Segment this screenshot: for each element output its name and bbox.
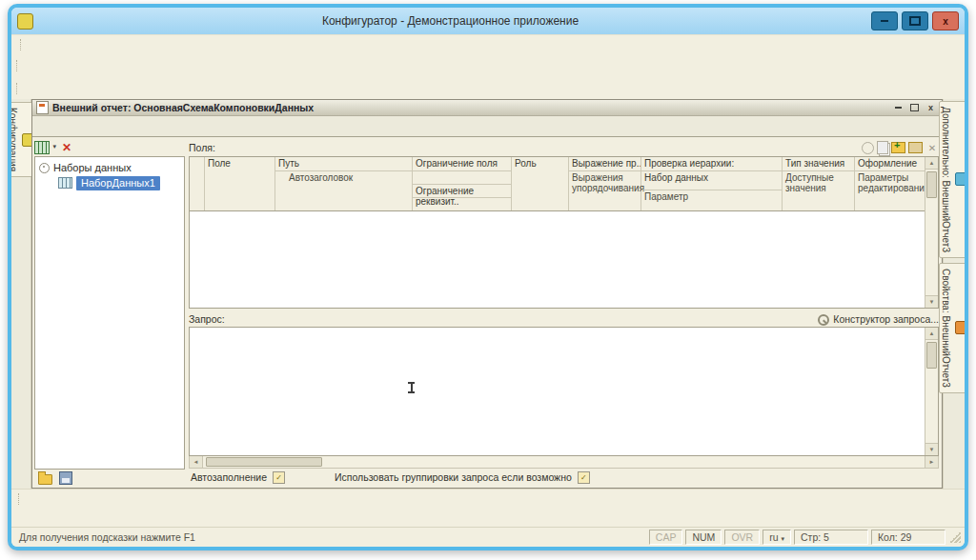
toolbar-grip xyxy=(18,493,21,505)
additional-panel-tab[interactable]: Дополнительно: ВнешнийОтчет3 xyxy=(939,101,969,258)
column-design[interactable]: Оформление Параметры редактирования xyxy=(855,157,925,210)
report-icon xyxy=(36,101,49,114)
column-expression[interactable]: Выражение пр.. Выражения упорядочивания xyxy=(569,157,641,210)
scheme-file-buttons xyxy=(34,470,185,486)
tree-root-label: Наборы данных xyxy=(53,162,132,173)
autofill-label: Автозаполнение xyxy=(191,471,267,483)
scroll-left-icon[interactable]: ◄ xyxy=(190,456,203,468)
status-hint: Для получения подсказки нажмите F1 xyxy=(19,531,195,543)
additional-panel-icon xyxy=(955,172,968,186)
copy-field-icon[interactable] xyxy=(877,141,888,154)
scroll-thumb[interactable] xyxy=(926,342,937,369)
fields-label: Поля: xyxy=(189,142,215,153)
datasets-toolbar: ✕ xyxy=(34,139,185,156)
left-dock: Конфигурация xyxy=(11,99,31,489)
num-indicator: NUM xyxy=(685,530,722,545)
properties-panel-icon xyxy=(955,321,968,334)
configuration-toolbar xyxy=(11,77,965,99)
scroll-right-icon[interactable]: ► xyxy=(925,456,938,468)
additional-panel-label: Дополнительно: ВнешнийОтчет3 xyxy=(941,107,951,252)
column-field[interactable]: Поле xyxy=(205,157,275,210)
minimize-button[interactable] xyxy=(871,11,898,30)
query-horizontal-scrollbar[interactable]: ◄ ► xyxy=(189,456,939,469)
scroll-thumb[interactable] xyxy=(206,457,322,467)
text-cursor xyxy=(407,382,416,393)
scroll-thumb[interactable] xyxy=(926,171,937,198)
collapse-icon[interactable] xyxy=(39,163,50,173)
column-hierarchy[interactable]: Проверка иерархии: Набор данных Параметр xyxy=(641,157,783,210)
move-to-folder-icon[interactable] xyxy=(908,142,923,153)
menu-bar xyxy=(11,34,965,53)
configurator-window: Конфигуратор - Демонстрационное приложен… xyxy=(8,4,968,550)
scroll-down-icon[interactable]: ▼ xyxy=(925,443,938,455)
text-editor-toolbar xyxy=(11,489,965,509)
add-dataset-icon[interactable] xyxy=(34,141,50,154)
fields-table[interactable]: Поле Путь Автозаголовок Ограничение поля… xyxy=(189,156,939,309)
column-value-type[interactable]: Тип значения Доступные значения xyxy=(783,157,855,210)
fields-toolbar: ✕ xyxy=(862,141,939,154)
column-restriction[interactable]: Ограничение поля Ограничение реквизит.. xyxy=(413,157,512,210)
language-selector[interactable]: ru xyxy=(762,530,791,545)
standard-toolbar xyxy=(11,53,965,77)
fields-panel: Поля: ✕ Поле xyxy=(189,139,939,486)
toolbar-grip xyxy=(20,39,23,50)
scroll-up-icon[interactable]: ▲ xyxy=(925,157,938,170)
open-windows-bar xyxy=(11,509,965,527)
column-restriction-attr: Ограничение реквизит.. xyxy=(413,184,511,197)
delete-dataset-icon[interactable]: ✕ xyxy=(62,141,71,154)
fields-table-body xyxy=(190,211,925,308)
document-title-bar[interactable]: Внешний отчет: ОсновнаяСхемаКомпоновкиДа… xyxy=(32,100,942,116)
status-bar: Для получения подсказки нажмите F1 CAP N… xyxy=(11,527,965,547)
document-title: Внешний отчет: ОсновнаяСхемаКомпоновкиДа… xyxy=(52,102,889,113)
column-indicator: Кол: 29 xyxy=(871,530,946,545)
schema-tab-strip xyxy=(32,116,942,137)
properties-panel-label: Свойства: ВнешнийОтчет3 xyxy=(941,269,951,388)
query-constructor-icon xyxy=(816,312,828,325)
datasets-tree[interactable]: Наборы данных НаборДанных1 xyxy=(34,156,185,470)
caps-indicator: CAP xyxy=(649,530,683,545)
query-editor[interactable]: ▲ ▼ xyxy=(189,327,939,456)
configuration-panel-label: Конфигурация xyxy=(8,108,18,171)
add-folder-icon[interactable] xyxy=(891,142,905,153)
title-bar: Конфигуратор - Демонстрационное приложен… xyxy=(11,8,965,34)
close-button[interactable]: x xyxy=(932,11,959,30)
document-restore-button[interactable] xyxy=(907,102,922,113)
line-indicator: Стр: 5 xyxy=(794,530,868,545)
document-close-button[interactable]: x xyxy=(924,102,938,113)
tree-root-node[interactable]: Наборы данных xyxy=(37,160,182,175)
scroll-up-icon[interactable]: ▲ xyxy=(925,328,938,340)
datasets-panel: ✕ Наборы данных НаборДанных1 xyxy=(34,139,185,486)
mdi-area: Конфигурация Внешний отчет: ОсновнаяСхем… xyxy=(11,99,965,489)
column-hierarchy-set: Набор данных xyxy=(641,170,782,190)
save-scheme-icon[interactable] xyxy=(59,471,72,485)
query-constructor-link[interactable]: Конструктор запроса... xyxy=(815,312,939,325)
right-dock: Дополнительно: ВнешнийОтчет3 Свойства: В… xyxy=(943,99,965,489)
report-document-window: Внешний отчет: ОсновнаяСхемаКомпоновкиДа… xyxy=(31,99,943,489)
maximize-button[interactable] xyxy=(902,11,928,30)
ovr-indicator: OVR xyxy=(724,530,760,545)
app-icon xyxy=(17,13,33,30)
scroll-down-icon[interactable]: ▼ xyxy=(925,295,938,308)
dataset-page: ✕ Наборы данных НаборДанных1 xyxy=(32,137,942,488)
column-hierarchy-param: Параметр xyxy=(641,190,782,210)
use-grouping-label: Использовать группировки запроса если во… xyxy=(335,471,572,483)
resize-grip[interactable] xyxy=(949,531,961,543)
query-scrollbar[interactable]: ▲ ▼ xyxy=(925,328,938,455)
move-field-icon[interactable] xyxy=(862,142,874,154)
dataset-table-icon xyxy=(58,177,72,189)
fields-table-header: Поле Путь Автозаголовок Ограничение поля… xyxy=(190,157,925,211)
fields-scrollbar[interactable]: ▲ ▼ xyxy=(925,157,938,308)
column-path[interactable]: Путь Автозаголовок xyxy=(275,157,413,210)
use-grouping-checkbox[interactable] xyxy=(578,471,590,484)
tree-item-dataset1[interactable]: НаборДанных1 xyxy=(58,175,182,190)
query-label: Запрос: xyxy=(189,313,225,325)
column-role[interactable]: Роль xyxy=(512,157,569,210)
column-auto-title: Автозаголовок xyxy=(275,170,412,210)
delete-field-icon[interactable]: ✕ xyxy=(925,141,939,154)
autofill-checkbox[interactable] xyxy=(273,471,285,484)
toolbar-grip xyxy=(16,60,19,71)
tree-item-label: НаборДанных1 xyxy=(76,176,160,190)
load-scheme-icon[interactable] xyxy=(38,474,52,485)
properties-panel-tab[interactable]: Свойства: ВнешнийОтчет3 xyxy=(939,263,969,393)
document-minimize-button[interactable] xyxy=(891,102,905,113)
